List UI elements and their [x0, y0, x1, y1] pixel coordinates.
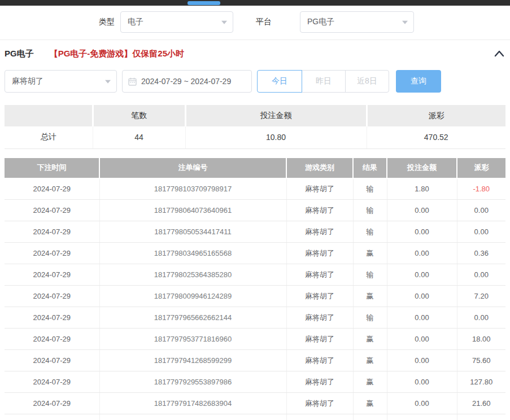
summary-header-row: 笔数 投注金额 派彩: [5, 105, 505, 126]
header-order-number: 注单编号: [99, 158, 286, 178]
section-notice: 【PG电子-免费游戏】仅保留25小时: [50, 49, 184, 59]
game-category-cell: 麻将胡了: [286, 371, 353, 393]
type-label: 类型: [99, 17, 115, 27]
bet-time-cell: 2024-07-29: [5, 264, 99, 286]
result-cell: 输: [353, 307, 387, 329]
game-category-cell: 麻将胡了: [286, 243, 353, 264]
record-row: 麻将胡了 赢: [5, 414, 505, 420]
bet-amount-cell: 0.00: [387, 350, 457, 371]
game-category-cell: 麻将胡了: [286, 350, 353, 371]
game-category-cell: 麻将胡了: [286, 178, 353, 200]
caret-down-icon: [221, 21, 227, 24]
summary-header-count: 笔数: [93, 105, 185, 126]
date-range-value: 2024-07-29 ~ 2024-07-29: [141, 77, 231, 86]
result-cell: 赢: [353, 350, 387, 371]
record-row: 2024-07-29 1817798064073640961 麻将胡了 输 0.…: [5, 200, 505, 221]
result-cell: 赢: [353, 393, 387, 414]
page: 类型 电子 平台 PG电子 PG电子 【PG电子-免费游戏】仅保留25小时 麻将…: [0, 0, 510, 420]
result-cell: 赢: [353, 243, 387, 264]
record-row: 2024-07-29 1817798103709798917 麻将胡了 输 1.…: [5, 178, 505, 200]
bet-amount-cell: 0.00: [387, 393, 457, 414]
header-game-category: 游戏类别: [286, 158, 353, 178]
order-number-cell: 1817797965662662144: [99, 307, 286, 329]
record-row: 2024-07-29 1817798050534417411 麻将胡了 输 0.…: [5, 221, 505, 243]
order-number-cell: [99, 414, 286, 420]
bet-amount-cell: 0.00: [387, 264, 457, 286]
game-select[interactable]: 麻将胡了: [5, 70, 117, 93]
bet-amount-cell: 0.00: [387, 307, 457, 329]
result-cell: 输: [353, 264, 387, 286]
payout-cell: 0.00: [457, 200, 505, 221]
payout-cell: 7.20: [457, 286, 505, 307]
record-row: 2024-07-29 1817797953771816960 麻将胡了 赢 0.…: [5, 329, 505, 350]
scrollbar-thumb[interactable]: [188, 1, 220, 5]
payout-cell: 21.60: [457, 393, 505, 414]
order-number-cell: 1817798025364385280: [99, 264, 286, 286]
game-category-cell: 麻将胡了: [286, 286, 353, 307]
record-row: 2024-07-29 1817798034965165568 麻将胡了 赢 0.…: [5, 243, 505, 264]
order-number-cell: 1817797953771816960: [99, 329, 286, 350]
records-table: 下注时间 注单编号 游戏类别 结果 投注金额 派彩 2024-07-29 181…: [5, 158, 505, 420]
payout-cell: 0.36: [457, 243, 505, 264]
top-scrollbar: [0, 0, 510, 6]
bet-time-cell: 2024-07-29: [5, 221, 99, 243]
bet-amount-cell: [387, 414, 457, 420]
query-toolbar: 麻将胡了 2024-07-29 ~ 2024-07-29 今日 昨日 近8日 查…: [5, 70, 505, 93]
header-payout: 派彩: [457, 158, 505, 178]
search-button[interactable]: 查询: [396, 70, 441, 93]
bet-time-cell: 2024-07-29: [5, 350, 99, 371]
bet-amount-cell: 0.00: [387, 221, 457, 243]
bet-amount-cell: 0.00: [387, 329, 457, 350]
bet-time-cell: 2024-07-29: [5, 286, 99, 307]
platform-select-value: PG电子: [307, 17, 334, 27]
result-cell: 赢: [353, 329, 387, 350]
date-range-input[interactable]: 2024-07-29 ~ 2024-07-29: [122, 70, 252, 93]
result-cell: 赢: [353, 286, 387, 307]
record-row: 2024-07-29 1817797917482683904 麻将胡了 赢 0.…: [5, 393, 505, 414]
summary-total-bet-amount: 10.80: [185, 126, 367, 148]
game-category-cell: 麻将胡了: [286, 264, 353, 286]
game-select-value: 麻将胡了: [12, 76, 43, 86]
caret-down-icon: [402, 21, 408, 24]
summary-total-payout: 470.52: [367, 126, 505, 148]
summary-header-empty: [5, 105, 93, 126]
record-row: 2024-07-29 1817798009946124289 麻将胡了 赢 0.…: [5, 286, 505, 307]
order-number-cell: 1817797929553897986: [99, 371, 286, 393]
order-number-cell: 1817798064073640961: [99, 200, 286, 221]
game-category-cell: 麻将胡了: [286, 200, 353, 221]
result-cell: 赢: [353, 371, 387, 393]
platform-select[interactable]: PG电子: [300, 11, 414, 33]
last-8-days-button[interactable]: 近8日: [345, 70, 389, 93]
yesterday-button[interactable]: 昨日: [302, 70, 346, 93]
result-cell: 赢: [353, 414, 387, 420]
bet-time-cell: [5, 414, 99, 420]
order-number-cell: 1817798103709798917: [99, 178, 286, 200]
game-category-cell: 麻将胡了: [286, 393, 353, 414]
bet-time-cell: 2024-07-29: [5, 200, 99, 221]
bet-time-cell: 2024-07-29: [5, 393, 99, 414]
bet-time-cell: 2024-07-29: [5, 178, 99, 200]
divider: [0, 40, 510, 40]
record-row: 2024-07-29 1817797965662662144 麻将胡了 输 0.…: [5, 307, 505, 329]
game-category-cell: 麻将胡了: [286, 329, 353, 350]
order-number-cell: 1817797917482683904: [99, 393, 286, 414]
bet-amount-cell: 0.00: [387, 286, 457, 307]
bet-time-cell: 2024-07-29: [5, 243, 99, 264]
order-number-cell: 1817797941268599299: [99, 350, 286, 371]
summary-header-bet-amount: 投注金额: [185, 105, 367, 126]
quick-date-button-group: 今日 昨日 近8日: [257, 70, 389, 93]
payout-cell: -1.80: [457, 178, 505, 200]
payout-cell: 18.00: [457, 329, 505, 350]
records-header-row: 下注时间 注单编号 游戏类别 结果 投注金额 派彩: [5, 158, 505, 178]
payout-cell: 75.60: [457, 350, 505, 371]
result-cell: 输: [353, 200, 387, 221]
type-select[interactable]: 电子: [120, 11, 233, 33]
collapse-button[interactable]: [493, 47, 505, 60]
payout-cell: [457, 414, 505, 420]
payout-cell: 0.00: [457, 221, 505, 243]
header-bet-time: 下注时间: [5, 158, 99, 178]
bet-time-cell: 2024-07-29: [5, 371, 99, 393]
bet-amount-cell: 0.00: [387, 371, 457, 393]
today-button[interactable]: 今日: [257, 70, 302, 93]
top-filter-bar: 类型 电子 平台 PG电子: [99, 11, 510, 33]
